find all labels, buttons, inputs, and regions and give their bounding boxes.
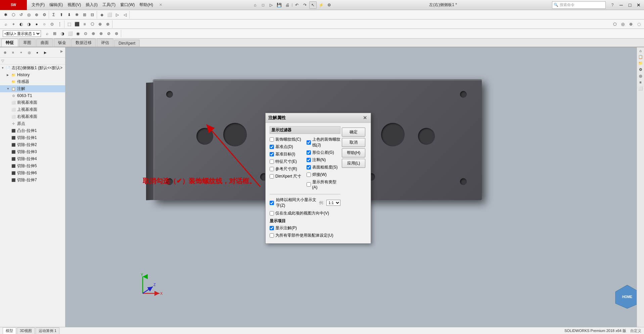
view-tb-1[interactable]: ⬡ [611, 20, 618, 28]
viewport-canvas[interactable]: X Y Z 取消勾选（✔）装饰螺纹线，对话框。 HOME [65, 47, 644, 327]
display-state-select[interactable]: <默认> 显示状态 1 [3, 30, 41, 37]
tree-item-front[interactable]: ▶ ⬜ 前视基准面 [0, 99, 65, 106]
tb3-icon-8[interactable]: ⊗ [97, 30, 105, 37]
apply-button[interactable]: 应用(L) [342, 159, 365, 168]
tree-item-cut2[interactable]: ▶ ⬛ 切除-拉伸2 [0, 141, 65, 148]
sidebar-icon-1[interactable]: ⊕ [1, 49, 9, 56]
right-panel-icon-5[interactable]: ◎ [639, 74, 642, 78]
right-panel-icon-6[interactable]: ≡ [639, 80, 641, 84]
cb-scale[interactable] [270, 201, 274, 205]
ok-button[interactable]: 确定 [342, 128, 365, 137]
tree-item-material[interactable]: ▶ ⚙ 6063-T1 [0, 92, 65, 99]
tb-icon-12[interactable]: ⊟ [89, 11, 96, 18]
cb-ref-dim[interactable] [270, 167, 274, 171]
dialog-close-btn[interactable]: ✕ [362, 115, 368, 121]
cb-show-annotations[interactable] [270, 226, 274, 230]
view-tb-4[interactable]: ◌ [635, 20, 643, 28]
tree-item-top[interactable]: ▶ ⬜ 上视基准面 [0, 106, 65, 113]
tb2-icon-7[interactable]: ⊙ [48, 20, 56, 28]
sidebar-icon-5[interactable]: ● [34, 49, 41, 56]
cb-note[interactable] [307, 158, 311, 162]
close-tab-icon[interactable]: ✕ [157, 2, 164, 8]
tb3-icon-1[interactable]: ⌕ [43, 30, 51, 37]
tb3-icon-5[interactable]: ◉ [74, 30, 82, 37]
tree-item-boss1[interactable]: ▶ ⬛ 凸台-拉伸1 [0, 127, 65, 134]
cb-feature-dim[interactable] [270, 159, 274, 164]
cb-surface[interactable] [307, 165, 311, 170]
tb-icon-4[interactable]: ◎ [25, 11, 33, 18]
redo-icon[interactable]: ↷ [301, 1, 309, 9]
cb-dimxpert[interactable] [270, 174, 274, 179]
cb-datum-target[interactable] [270, 152, 274, 156]
open-icon[interactable]: ▷ [268, 1, 275, 9]
stab-3dview[interactable]: 3D视图 [17, 327, 35, 334]
tb-icon-1[interactable]: ✱ [2, 11, 9, 18]
cb-show-all[interactable] [307, 182, 311, 187]
right-panel-icon-7[interactable]: ⬜ [638, 86, 643, 91]
save-icon[interactable]: 💾 [276, 1, 283, 9]
tb2-icon-11[interactable]: ≡ [81, 20, 88, 28]
tab-feature[interactable]: 特征 [1, 39, 18, 47]
tb2-icon-2[interactable]: ⌖ [10, 20, 17, 28]
right-panel-icon-3[interactable]: 📁 [638, 61, 643, 65]
tb-icon-7[interactable]: Σ [50, 11, 57, 18]
tb2-icon-4[interactable]: ◑ [25, 20, 33, 28]
tb3-icon-10[interactable]: ⊛ [113, 30, 120, 37]
sidebar-icon-6[interactable]: ▶ [42, 49, 49, 56]
tb3-icon-9[interactable]: ⊘ [105, 30, 112, 37]
view-tb-3[interactable]: ⊕ [627, 20, 635, 28]
undo-icon[interactable]: ↶ [293, 1, 301, 9]
tb3-icon-2[interactable]: ⊞ [51, 30, 58, 37]
tb2-icon-13[interactable]: ⊕ [96, 20, 104, 28]
tree-item-cut3[interactable]: ▶ ⬛ 切除-拉伸3 [0, 148, 65, 155]
tb-icon-15[interactable]: ▷ [113, 11, 121, 18]
tree-item-cut1[interactable]: ▶ ⬛ 切除-拉伸1 [0, 134, 65, 141]
tab-surface[interactable]: 曲面 [36, 39, 53, 47]
tb-icon-8[interactable]: ⬆ [58, 11, 65, 18]
tab-dimxpert[interactable]: DimXpert [114, 40, 140, 47]
tree-item-annotations[interactable]: ▼ 📋 注解 [0, 85, 65, 92]
tb2-icon-14[interactable]: ⊗ [104, 20, 111, 28]
tab-sketch[interactable]: 草图 [19, 39, 36, 47]
sidebar-icon-3[interactable]: + [17, 49, 25, 56]
cb-assembly-setting[interactable] [270, 233, 274, 238]
right-panel-icon-4[interactable]: ⚙ [639, 67, 642, 72]
customize-label[interactable]: 自定义 [630, 328, 641, 333]
right-panel-icon-2[interactable]: 📋 [638, 55, 643, 59]
sidebar-icon-4[interactable]: ◎ [26, 49, 33, 56]
tree-item-cut7[interactable]: ▶ ⬛ 切除-拉伸7 [0, 177, 65, 184]
tb3-icon-4[interactable]: ⬜ [66, 30, 74, 37]
menu-view[interactable]: 视图(V) [65, 1, 83, 8]
tb3-icon-7[interactable]: ⊕ [90, 30, 97, 37]
tree-item-history[interactable]: ▶ 📁 History [0, 71, 65, 78]
stab-motion[interactable]: 运动算例 1 [36, 327, 59, 334]
cb-view-only[interactable] [270, 211, 274, 216]
stab-model[interactable]: 模型 [3, 327, 16, 334]
right-panel-icon-1[interactable]: ⌂ [639, 49, 642, 53]
search-box[interactable]: 🔍 搜索命令 [552, 1, 606, 9]
tb2-icon-6[interactable]: ○ [41, 20, 48, 28]
tree-item-right[interactable]: ▶ ⬜ 右视基准面 [0, 113, 65, 120]
tb-icon-10[interactable]: ❋ [73, 11, 81, 18]
tree-item-cut5[interactable]: ▶ ⬛ 切除-拉伸5 [0, 162, 65, 170]
tb2-icon-8[interactable]: ⋮ [56, 20, 63, 28]
menu-tools[interactable]: 工具(T) [100, 1, 118, 8]
menu-window[interactable]: 窗口(W) [118, 1, 137, 8]
tb-icon-16[interactable]: ◁ [121, 11, 129, 18]
tb-icon-11[interactable]: ⊞ [81, 11, 88, 18]
cb-datum-point[interactable] [270, 145, 274, 149]
tb2-icon-9[interactable]: ⬚ [65, 20, 73, 28]
cb-cosmetic2[interactable] [307, 140, 311, 145]
tree-item-leftpart[interactable]: ▼ 📄 左(右)侧侧板1 (默认<<默认> [0, 64, 65, 71]
tb-icon-5[interactable]: ⊕ [33, 11, 40, 18]
help-btn[interactable]: ? [608, 1, 616, 9]
menu-insert[interactable]: 插入(I) [84, 1, 99, 8]
tb-icon-9[interactable]: ⬇ [65, 11, 73, 18]
cancel-button[interactable]: 取消 [342, 138, 365, 147]
pointer-icon[interactable]: ↖ [309, 1, 317, 9]
sidebar-expand-icon[interactable]: ▶ [60, 49, 64, 56]
tb2-icon-3[interactable]: ◐ [17, 20, 25, 28]
tb-icon-13[interactable]: ◈ [98, 11, 105, 18]
view-tb-2[interactable]: ◎ [619, 20, 627, 28]
print-icon[interactable]: 🖨 [284, 1, 291, 9]
